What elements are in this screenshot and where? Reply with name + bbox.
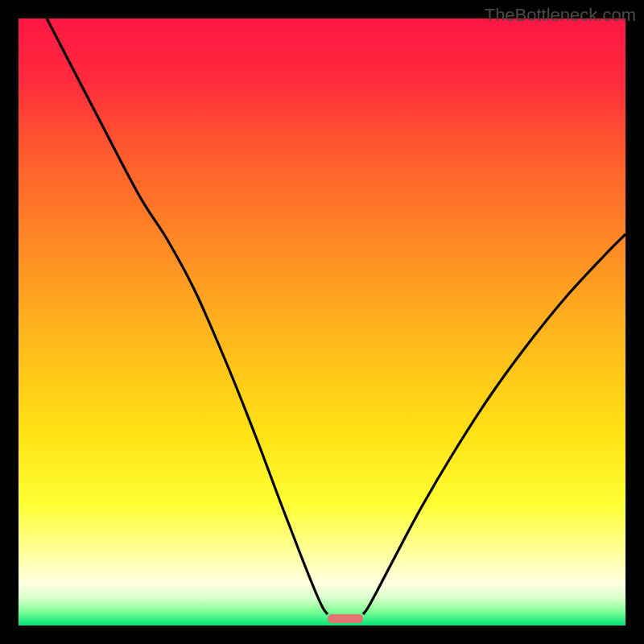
gradient-background bbox=[19, 19, 625, 625]
watermark-text: TheBottleneck.com bbox=[485, 5, 636, 26]
optimal-marker bbox=[328, 614, 363, 623]
chart-frame bbox=[19, 19, 625, 625]
bottleneck-chart bbox=[19, 19, 625, 625]
